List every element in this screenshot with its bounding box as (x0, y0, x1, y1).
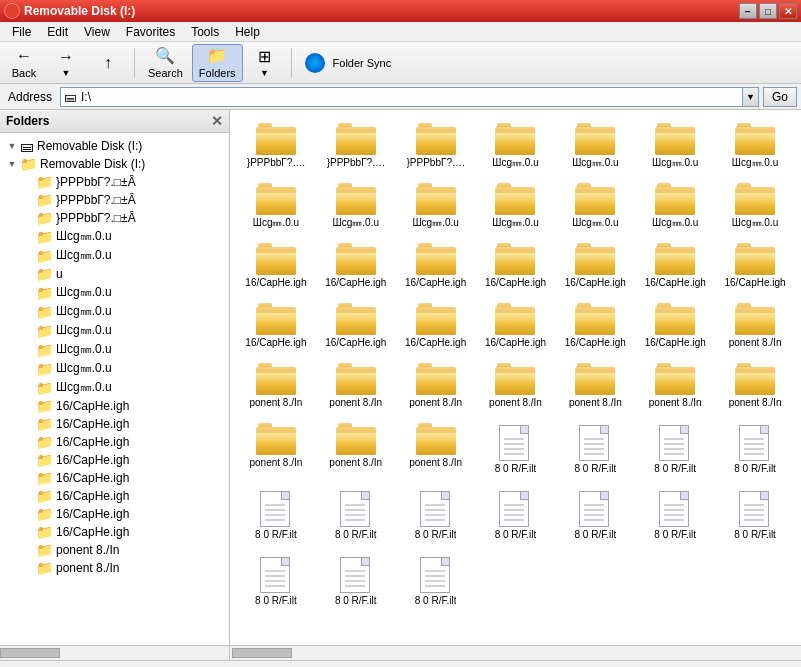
address-input-wrap[interactable]: 🖴 I:\ ▼ (60, 87, 759, 107)
file-view[interactable]: }PPPbbГ?….}PPPbbГ?….}PPPbbГ?….Шcg㎜.0.uШc… (230, 110, 801, 645)
file-item-44[interactable]: 8 0 R/F.ilt (398, 484, 474, 546)
file-item-36[interactable]: ponent 8./In (318, 418, 394, 480)
file-item-42[interactable]: 8 0 R/F.ilt (238, 484, 314, 546)
maximize-button[interactable]: □ (759, 3, 777, 19)
file-item-3[interactable]: Шcg㎜.0.u (478, 118, 554, 174)
tree-item-7[interactable]: 📁Шcg㎜.0.u (0, 283, 229, 302)
tree-item-15[interactable]: 📁16/CapHe.igh (0, 433, 229, 451)
file-item-49[interactable]: 8 0 R/F.ilt (238, 550, 314, 612)
tree-item-2[interactable]: 📁}PPPbbГ?.□±Â (0, 191, 229, 209)
file-item-10[interactable]: Шcg㎜.0.u (478, 178, 554, 234)
file-item-34[interactable]: ponent 8./In (717, 358, 793, 414)
menu-view[interactable]: View (76, 23, 118, 41)
file-item-21[interactable]: 16/CapHe.igh (238, 298, 314, 354)
file-item-16[interactable]: 16/CapHe.igh (398, 238, 474, 294)
file-item-28[interactable]: ponent 8./In (238, 358, 314, 414)
folder-tree[interactable]: ▼ 🖴 Removable Disk (I:) ▼📁Removable Disk… (0, 133, 229, 645)
file-item-48[interactable]: 8 0 R/F.ilt (717, 484, 793, 546)
file-item-45[interactable]: 8 0 R/F.ilt (478, 484, 554, 546)
tree-item-11[interactable]: 📁Шcg㎜.0.u (0, 359, 229, 378)
file-item-27[interactable]: ponent 8./In (717, 298, 793, 354)
file-item-23[interactable]: 16/CapHe.igh (398, 298, 474, 354)
file-item-30[interactable]: ponent 8./In (398, 358, 474, 414)
file-item-18[interactable]: 16/CapHe.igh (557, 238, 633, 294)
tree-item-19[interactable]: 📁16/CapHe.igh (0, 505, 229, 523)
menu-tools[interactable]: Tools (183, 23, 227, 41)
file-item-11[interactable]: Шcg㎜.0.u (557, 178, 633, 234)
tree-item-20[interactable]: 📁16/CapHe.igh (0, 523, 229, 541)
file-item-38[interactable]: 8 0 R/F.ilt (478, 418, 554, 480)
go-button[interactable]: Go (763, 87, 797, 107)
tree-item-16[interactable]: 📁16/CapHe.igh (0, 451, 229, 469)
file-item-20[interactable]: 16/CapHe.igh (717, 238, 793, 294)
file-item-41[interactable]: 8 0 R/F.ilt (717, 418, 793, 480)
file-item-47[interactable]: 8 0 R/F.ilt (637, 484, 713, 546)
tree-item-9[interactable]: 📁Шcg㎜.0.u (0, 321, 229, 340)
file-item-51[interactable]: 8 0 R/F.ilt (398, 550, 474, 612)
tree-item-10[interactable]: 📁Шcg㎜.0.u (0, 340, 229, 359)
menu-favorites[interactable]: Favorites (118, 23, 183, 41)
tree-item-6[interactable]: 📁u (0, 265, 229, 283)
file-item-43[interactable]: 8 0 R/F.ilt (318, 484, 394, 546)
menu-help[interactable]: Help (227, 23, 268, 41)
tree-item-3[interactable]: 📁}PPPbbГ?.□±Â (0, 209, 229, 227)
tree-item-14[interactable]: 📁16/CapHe.igh (0, 415, 229, 433)
view-button[interactable]: ⊞ ▼ (245, 44, 285, 82)
tree-item-1[interactable]: 📁}PPPbbГ?.□±Â (0, 173, 229, 191)
file-item-32[interactable]: ponent 8./In (557, 358, 633, 414)
file-item-5[interactable]: Шcg㎜.0.u (637, 118, 713, 174)
file-item-14[interactable]: 16/CapHe.igh (238, 238, 314, 294)
tree-item-4[interactable]: 📁Шcg㎜.0.u (0, 227, 229, 246)
folder-panel-close[interactable]: ✕ (211, 113, 223, 129)
file-item-7[interactable]: Шcg㎜.0.u (238, 178, 314, 234)
tree-item-21[interactable]: 📁ponent 8./In (0, 541, 229, 559)
file-item-31[interactable]: ponent 8./In (478, 358, 554, 414)
file-item-15[interactable]: 16/CapHe.igh (318, 238, 394, 294)
file-item-0[interactable]: }PPPbbГ?…. (238, 118, 314, 174)
file-item-9[interactable]: Шcg㎜.0.u (398, 178, 474, 234)
file-item-33[interactable]: ponent 8./In (637, 358, 713, 414)
file-item-35[interactable]: ponent 8./In (238, 418, 314, 480)
file-item-24[interactable]: 16/CapHe.igh (478, 298, 554, 354)
file-item-12[interactable]: Шcg㎜.0.u (637, 178, 713, 234)
folder-sync-button[interactable]: Folder Sync (298, 44, 399, 82)
file-item-8[interactable]: Шcg㎜.0.u (318, 178, 394, 234)
tree-item-root[interactable]: ▼ 🖴 Removable Disk (I:) (0, 137, 229, 155)
file-item-26[interactable]: 16/CapHe.igh (637, 298, 713, 354)
close-button[interactable]: ✕ (779, 3, 797, 19)
file-item-19[interactable]: 16/CapHe.igh (637, 238, 713, 294)
file-item-46[interactable]: 8 0 R/F.ilt (557, 484, 633, 546)
minimize-button[interactable]: − (739, 3, 757, 19)
file-item-29[interactable]: ponent 8./In (318, 358, 394, 414)
file-item-13[interactable]: Шcg㎜.0.u (717, 178, 793, 234)
tree-item-13[interactable]: 📁16/CapHe.igh (0, 397, 229, 415)
tree-item-12[interactable]: 📁Шcg㎜.0.u (0, 378, 229, 397)
file-item-1[interactable]: }PPPbbГ?…. (318, 118, 394, 174)
file-item-6[interactable]: Шcg㎜.0.u (717, 118, 793, 174)
search-button[interactable]: 🔍 Search (141, 44, 190, 82)
file-item-4[interactable]: Шcg㎜.0.u (557, 118, 633, 174)
file-item-40[interactable]: 8 0 R/F.ilt (637, 418, 713, 480)
file-item-22[interactable]: 16/CapHe.igh (318, 298, 394, 354)
tree-item-5[interactable]: 📁Шcg㎜.0.u (0, 246, 229, 265)
tree-item-22[interactable]: 📁ponent 8./In (0, 559, 229, 577)
up-button[interactable]: ↑ (88, 44, 128, 82)
file-item-37[interactable]: ponent 8./In (398, 418, 474, 480)
file-item-25[interactable]: 16/CapHe.igh (557, 298, 633, 354)
forward-button[interactable]: → ▼ (46, 44, 86, 82)
tree-item-17[interactable]: 📁16/CapHe.igh (0, 469, 229, 487)
tree-item-18[interactable]: 📁16/CapHe.igh (0, 487, 229, 505)
tree-item-0[interactable]: ▼📁Removable Disk (I:) (0, 155, 229, 173)
h-scrollbar-thumb-right[interactable] (232, 648, 292, 658)
file-item-17[interactable]: 16/CapHe.igh (478, 238, 554, 294)
menu-file[interactable]: File (4, 23, 39, 41)
h-scrollbar-thumb-left[interactable] (0, 648, 60, 658)
file-item-2[interactable]: }PPPbbГ?…. (398, 118, 474, 174)
menu-edit[interactable]: Edit (39, 23, 76, 41)
file-item-39[interactable]: 8 0 R/F.ilt (557, 418, 633, 480)
tree-item-8[interactable]: 📁Шcg㎜.0.u (0, 302, 229, 321)
back-button[interactable]: ← Back (4, 44, 44, 82)
file-item-50[interactable]: 8 0 R/F.ilt (318, 550, 394, 612)
folders-button[interactable]: 📁 Folders (192, 44, 243, 82)
address-dropdown[interactable]: ▼ (742, 88, 758, 106)
